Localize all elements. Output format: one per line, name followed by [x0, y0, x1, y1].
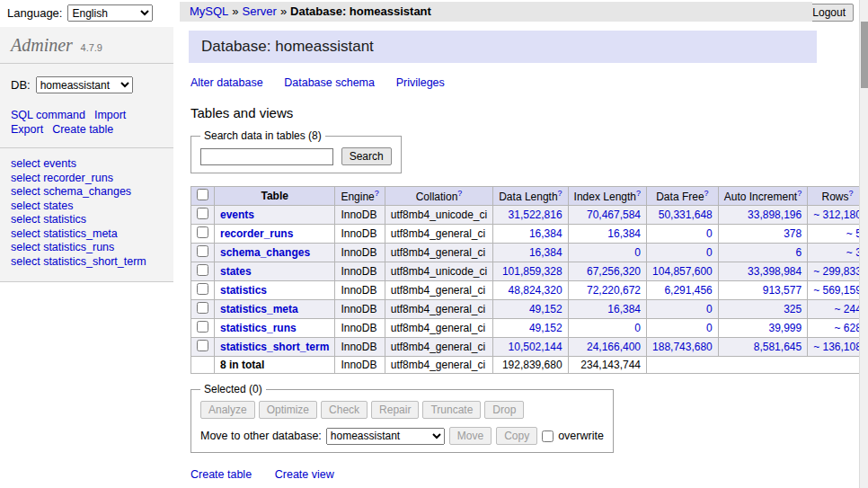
- sidebar-item-select-statistics-short-term[interactable]: select statistics_short_term: [11, 255, 163, 270]
- table-name-link[interactable]: schema_changes: [220, 246, 310, 259]
- collation-cell: utf8mb4_unicode_ci: [385, 206, 492, 225]
- table-row: statistics_short_term InnoDB utf8mb4_gen…: [191, 338, 868, 357]
- scrollbar-thumb[interactable]: [861, 22, 868, 88]
- copy-button[interactable]: Copy: [496, 427, 537, 445]
- create-table-link[interactable]: Create table: [190, 468, 252, 481]
- overwrite-checkbox[interactable]: [542, 430, 554, 442]
- collation-cell: utf8mb4_general_ci: [385, 225, 492, 244]
- collation-cell: utf8mb4_general_ci: [385, 281, 492, 300]
- index-length-cell: 0: [568, 244, 646, 262]
- search-button[interactable]: Search: [341, 147, 392, 165]
- drop-button[interactable]: Drop: [484, 401, 524, 419]
- help-icon[interactable]: ?: [849, 189, 854, 198]
- sidebar-item-select-states[interactable]: select states: [11, 200, 163, 214]
- db-select[interactable]: homeassistant: [36, 76, 133, 93]
- rows-count-link[interactable]: ~ 312,180: [813, 209, 862, 221]
- rows-count-link[interactable]: ~ 628: [835, 322, 862, 334]
- sidebar-item-select-events[interactable]: select events: [11, 157, 163, 172]
- language-label: Language:: [7, 6, 62, 20]
- engine-cell: InnoDB: [335, 244, 385, 262]
- data-length-cell: 49,152: [493, 319, 568, 338]
- privileges-link[interactable]: Privileges: [396, 76, 445, 89]
- row-checkbox[interactable]: [197, 283, 208, 295]
- collation-cell: utf8mb4_unicode_ci: [385, 262, 492, 281]
- alter-database-link[interactable]: Alter database: [190, 76, 263, 89]
- data-length-cell: 101,859,328: [493, 262, 568, 281]
- app-version[interactable]: 4.7.9: [81, 42, 102, 53]
- help-icon[interactable]: ?: [558, 189, 562, 198]
- search-legend: Search data in tables (8): [200, 129, 325, 142]
- index-length-cell: 72,220,672: [568, 281, 646, 300]
- rows-count-link[interactable]: ~ 299,833: [813, 265, 862, 278]
- search-input[interactable]: [200, 148, 333, 165]
- check-button[interactable]: Check: [321, 401, 368, 419]
- move-button[interactable]: Move: [449, 427, 492, 445]
- help-icon[interactable]: ?: [704, 189, 709, 198]
- select-all-checkbox[interactable]: [197, 189, 208, 200]
- data-free-cell: 0: [647, 319, 719, 338]
- breadcrumb-mysql-link[interactable]: MySQL: [190, 4, 228, 18]
- table-name-link[interactable]: statistics_short_term: [220, 341, 329, 353]
- sidebar-item-select-statistics-meta[interactable]: select statistics_meta: [11, 227, 163, 242]
- row-checkbox[interactable]: [197, 226, 208, 238]
- row-checkbox[interactable]: [197, 208, 208, 219]
- help-icon[interactable]: ?: [375, 189, 379, 198]
- analyze-button[interactable]: Analyze: [200, 401, 255, 419]
- move-database-select[interactable]: homeassistant: [326, 428, 445, 445]
- row-checkbox[interactable]: [197, 264, 208, 276]
- breadcrumb-separator: »: [232, 4, 238, 18]
- total-label: 8 in total: [220, 359, 264, 371]
- row-checkbox[interactable]: [197, 340, 208, 351]
- sidebar-link-sql-command[interactable]: SQL command: [11, 109, 85, 121]
- sidebar-item-select-schema-changes[interactable]: select schema_changes: [11, 185, 163, 200]
- rows-count-link[interactable]: ~ 244: [835, 303, 862, 315]
- table-name-link[interactable]: states: [220, 265, 252, 278]
- help-icon[interactable]: ?: [636, 189, 641, 198]
- sidebar-item-select-statistics-runs[interactable]: select statistics_runs: [11, 241, 163, 255]
- auto-increment-cell: 33,898,196: [718, 206, 807, 225]
- table-total-row: 8 in total InnoDB utf8mb4_general_ci 192…: [191, 357, 868, 374]
- selected-legend: Selected (0): [200, 383, 266, 395]
- table-name-link[interactable]: statistics_meta: [220, 303, 298, 315]
- index-length-cell: 24,166,400: [568, 338, 646, 357]
- db-label: DB:: [11, 78, 31, 92]
- app-logo: Adminer: [11, 35, 73, 55]
- data-length-cell: 48,824,320: [493, 281, 568, 300]
- language-select[interactable]: English: [67, 4, 153, 22]
- sidebar-item-select-statistics[interactable]: select statistics: [11, 213, 163, 227]
- optimize-button[interactable]: Optimize: [259, 401, 317, 419]
- table-name-link[interactable]: statistics: [220, 284, 267, 297]
- rows-count-link[interactable]: ~ 569,159: [813, 284, 862, 297]
- database-links: Alter database Database schema Privilege…: [190, 75, 819, 89]
- collation-cell: utf8mb4_general_ci: [385, 319, 492, 338]
- create-links: Create table Create view: [190, 467, 819, 481]
- rows-count-link[interactable]: ~ 136,108: [813, 341, 862, 353]
- auto-increment-cell: 39,999: [718, 319, 807, 338]
- help-icon[interactable]: ?: [457, 189, 462, 198]
- sidebar-actions: SQL commandImport ExportCreate table: [0, 104, 173, 148]
- tables-overview-table: Table Engine? Collation? Data Length? In…: [190, 186, 868, 374]
- table-name-link[interactable]: recorder_runs: [220, 227, 293, 240]
- database-schema-link[interactable]: Database schema: [284, 76, 375, 89]
- table-name-link[interactable]: statistics_runs: [220, 322, 297, 334]
- sidebar-link-create-table[interactable]: Create table: [52, 123, 113, 136]
- repair-button[interactable]: Repair: [371, 401, 419, 419]
- sidebar-item-select-recorder-runs[interactable]: select recorder_runs: [11, 172, 163, 186]
- row-checkbox[interactable]: [197, 302, 208, 314]
- sidebar-link-import[interactable]: Import: [94, 109, 126, 121]
- sidebar-link-export[interactable]: Export: [11, 123, 43, 136]
- table-row: events InnoDB utf8mb4_unicode_ci 31,522,…: [191, 206, 868, 225]
- data-length-cell: 10,502,144: [493, 338, 568, 357]
- vertical-scrollbar[interactable]: [859, 0, 868, 488]
- truncate-button[interactable]: Truncate: [422, 401, 481, 419]
- table-name-link[interactable]: events: [220, 209, 254, 221]
- row-checkbox[interactable]: [197, 245, 208, 257]
- help-icon[interactable]: ?: [797, 189, 802, 198]
- engine-cell: InnoDB: [335, 319, 385, 338]
- breadcrumb-server-link[interactable]: Server: [243, 4, 277, 18]
- row-checkbox[interactable]: [197, 321, 208, 333]
- page-title: Database: homeassistant: [189, 31, 817, 63]
- col-header-table: Table: [215, 187, 335, 206]
- create-view-link[interactable]: Create view: [275, 468, 334, 481]
- engine-cell: InnoDB: [335, 281, 385, 300]
